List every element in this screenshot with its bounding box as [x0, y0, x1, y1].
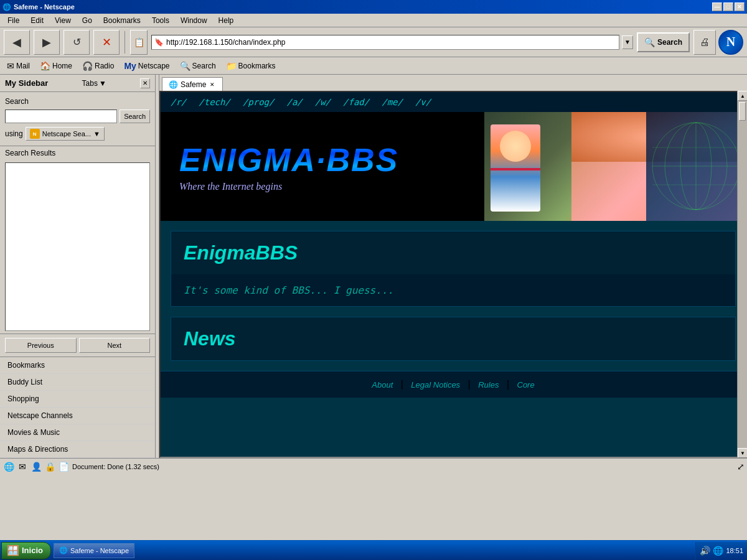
banner-title: ENIGMA·BBS: [179, 141, 466, 179]
footer-legal[interactable]: Legal Notices: [411, 380, 460, 390]
tray-clock: 18:51: [726, 547, 743, 554]
footer-sep1: |: [401, 379, 403, 390]
taskbar-app-netscape[interactable]: 🌐 Safeme - Netscape: [54, 543, 134, 558]
scroll-thumb-v[interactable]: [739, 102, 746, 121]
site-nav-tech[interactable]: /tech/: [199, 97, 230, 107]
bookmark-sidebar-button[interactable]: 📋: [130, 30, 148, 55]
address-dropdown[interactable]: ▼: [622, 35, 633, 49]
start-label: Inicio: [22, 546, 43, 555]
search-bm-icon: 🔍: [180, 61, 190, 71]
browser-content: /r/ /tech/ /prog/ /a/ /w/ /fad/ /me/ /v/: [159, 91, 747, 458]
tab-safeme[interactable]: 🌐 Safeme ✕: [162, 77, 223, 91]
taskbar-app-label: Safeme - Netscape: [70, 547, 129, 554]
stop-button[interactable]: ✕: [93, 30, 120, 55]
search-button-label: Search: [657, 38, 682, 47]
sidebar-item-bookmarks[interactable]: Bookmarks: [0, 357, 155, 374]
taskbar-tray: 🔊 🌐 18:51: [695, 542, 747, 559]
menu-edit[interactable]: Edit: [26, 15, 49, 26]
site-main-section: EnigmaBBS It's some kind of BBS... I gue…: [171, 231, 736, 307]
sidebar-tabs-label: Tabs: [82, 79, 98, 88]
sidebar-item-shopping[interactable]: Shopping: [0, 391, 155, 408]
back-button[interactable]: ◀: [4, 30, 30, 55]
taskbar-apps: 🌐 Safeme - Netscape: [51, 543, 696, 558]
minimize-button[interactable]: —: [712, 2, 722, 11]
browser-inner[interactable]: /r/ /tech/ /prog/ /a/ /w/ /fad/ /me/ /v/: [161, 92, 746, 457]
content-scroll-wrapper: /r/ /tech/ /prog/ /a/ /w/ /fad/ /me/ /v/: [159, 91, 747, 458]
banner-text-area: ENIGMA·BBS Where the Internet begins: [161, 129, 484, 205]
sidebar-search-input[interactable]: [5, 110, 117, 123]
footer-about[interactable]: About: [372, 380, 393, 390]
using-row: using N Netscape Sea... ▼: [5, 127, 150, 141]
search-engine-button[interactable]: N Netscape Sea... ▼: [26, 127, 105, 141]
close-button[interactable]: ✕: [735, 2, 745, 11]
footer-rules[interactable]: Rules: [478, 380, 499, 390]
site-nav-me[interactable]: /me/: [382, 97, 403, 107]
address-input[interactable]: [166, 38, 616, 47]
scroll-up-button[interactable]: ▲: [738, 91, 747, 101]
bm-netscape[interactable]: My Netscape: [120, 59, 174, 73]
scroll-track-v[interactable]: [738, 101, 747, 448]
netscape-engine-icon: N: [30, 129, 40, 139]
menu-bookmarks[interactable]: Bookmarks: [98, 15, 146, 26]
forward-button[interactable]: ▶: [34, 30, 60, 55]
previous-button[interactable]: Previous: [5, 338, 77, 353]
tab-bar: 🌐 Safeme ✕: [159, 75, 747, 91]
status-icon-4: 🔒: [44, 460, 56, 473]
sidebar-close-button[interactable]: ✕: [140, 78, 150, 88]
menu-file[interactable]: File: [2, 15, 24, 26]
footer-sep3: |: [507, 379, 509, 390]
sidebar-tabs-button[interactable]: Tabs ▼: [82, 79, 106, 88]
site-nav-prog[interactable]: /prog/: [243, 97, 275, 107]
site-nav-fad[interactable]: /fad/: [343, 97, 369, 107]
windows-icon: 🪟: [7, 544, 19, 556]
app-icon: 🌐: [2, 3, 11, 11]
menu-window[interactable]: Window: [176, 15, 212, 26]
site-nav-w[interactable]: /w/: [315, 97, 331, 107]
sidebar-item-maps-directions[interactable]: Maps & Directions: [0, 441, 155, 458]
site-news-section: News: [171, 317, 736, 361]
bm-radio[interactable]: 🎧 Radio: [78, 59, 118, 73]
tab-close-button[interactable]: ✕: [209, 81, 216, 88]
reload-button[interactable]: ↺: [63, 30, 90, 55]
search-button-nav[interactable]: 🔍 Search: [637, 32, 690, 52]
site-footer: About | Legal Notices | Rules | Core: [161, 371, 746, 398]
bookmarks-bm-icon: 📁: [226, 61, 237, 71]
mail-icon: ✉: [7, 61, 14, 71]
menu-go[interactable]: Go: [77, 15, 97, 26]
sidebar-item-buddy-list[interactable]: Buddy List: [0, 374, 155, 391]
site-nav-a[interactable]: /a/: [286, 97, 302, 107]
title-bar-buttons: — □ ✕: [712, 2, 745, 11]
main-area: My Sidebar Tabs ▼ ✕ Search Search using …: [0, 75, 747, 458]
maximize-button[interactable]: □: [723, 2, 733, 11]
next-button[interactable]: Next: [79, 338, 151, 353]
bm-search[interactable]: 🔍 Search: [176, 59, 220, 73]
sidebar-prev-next: Previous Next: [0, 334, 155, 357]
tray-icon-2: 🌐: [713, 546, 723, 556]
banner-subtitle: Where the Internet begins: [179, 181, 466, 192]
bm-bookmarks[interactable]: 📁 Bookmarks: [222, 59, 280, 73]
scroll-down-button[interactable]: ▼: [738, 448, 747, 458]
radio-icon: 🎧: [82, 61, 93, 71]
site-nav-bar: /r/ /tech/ /prog/ /a/ /w/ /fad/ /me/ /v/: [161, 92, 746, 112]
print-button[interactable]: 🖨: [693, 30, 716, 55]
sidebar-title: My Sidebar: [5, 78, 48, 88]
using-label: using: [5, 129, 23, 138]
status-icon-2: ✉: [16, 460, 29, 473]
sidebar-search-button[interactable]: Search: [120, 110, 150, 123]
sidebar-item-netscape-channels[interactable]: Netscape Channels: [0, 408, 155, 424]
site-nav-r[interactable]: /r/: [171, 97, 186, 107]
footer-core[interactable]: Core: [517, 380, 535, 390]
menu-view[interactable]: View: [50, 15, 76, 26]
print-area: 🖨 N: [693, 30, 743, 55]
bookmark-sidebar-icon: 📋: [134, 38, 144, 47]
search-results-area: [5, 162, 150, 331]
sidebar-item-movies-music[interactable]: Movies & Music: [0, 424, 155, 441]
menu-help[interactable]: Help: [214, 15, 239, 26]
site-news-title: News: [171, 317, 735, 360]
site-nav-v[interactable]: /v/: [415, 97, 431, 107]
start-button[interactable]: 🪟 Inicio: [1, 542, 51, 559]
menu-tools[interactable]: Tools: [147, 15, 174, 26]
bm-home[interactable]: 🏠 Home: [35, 59, 77, 73]
bm-mail[interactable]: ✉ Mail: [2, 59, 34, 73]
search-results-label: Search Results: [0, 146, 155, 160]
